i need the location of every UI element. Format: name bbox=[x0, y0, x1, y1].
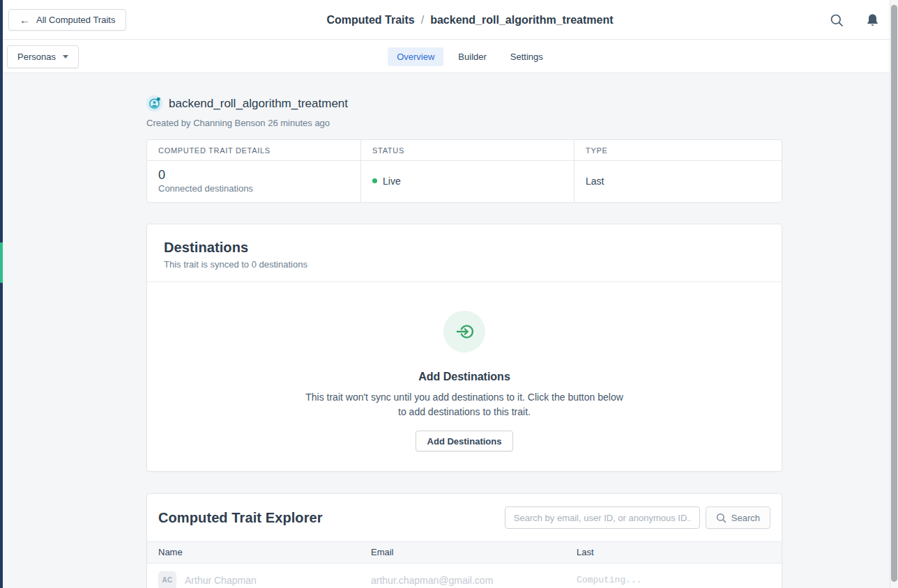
destinations-card: Destinations This trait is synced to 0 d… bbox=[146, 224, 782, 472]
connected-destinations-count: 0 bbox=[158, 168, 349, 182]
sub-nav-bar: Personas Overview Builder Settings bbox=[0, 40, 898, 73]
tab-builder[interactable]: Builder bbox=[449, 47, 495, 66]
computed-trait-explorer-card: Computed Trait Explorer Search Name Emai… bbox=[146, 493, 782, 588]
empty-state-description: This trait won't sync until you add dest… bbox=[304, 390, 625, 419]
main-content: backend_roll_algorithm_treatment Created… bbox=[146, 73, 782, 588]
back-to-all-computed-traits-button[interactable]: ← All Computed Traits bbox=[8, 9, 126, 31]
top-bar-actions bbox=[829, 0, 880, 40]
column-header-email: Email bbox=[360, 542, 565, 563]
trait-tabs: Overview Builder Settings bbox=[388, 40, 552, 73]
row-email: arthur.chapman@gmail.com bbox=[360, 575, 565, 586]
top-bar: ← All Computed Traits Computed Traits / … bbox=[0, 0, 898, 40]
left-nav-rail-indicator bbox=[0, 242, 3, 283]
computed-trait-icon bbox=[146, 95, 162, 111]
column-header-last: Last bbox=[565, 542, 782, 563]
notifications-bell-icon[interactable] bbox=[865, 13, 880, 28]
details-col-header: COMPUTED TRAIT DETAILS bbox=[147, 140, 360, 161]
type-col-header: TYPE bbox=[574, 140, 782, 161]
back-arrow-icon: ← bbox=[20, 15, 30, 25]
live-status-dot bbox=[372, 178, 377, 183]
explorer-table-header: Name Email Last bbox=[147, 541, 782, 564]
scrollbar-thumb[interactable] bbox=[891, 5, 897, 582]
vertical-scrollbar[interactable] bbox=[890, 0, 898, 588]
explorer-search-input[interactable] bbox=[505, 506, 700, 529]
row-name-cell: AC Arthur Chapman bbox=[147, 571, 360, 588]
explorer-title: Computed Trait Explorer bbox=[158, 510, 505, 526]
add-destinations-button[interactable]: Add Destinations bbox=[416, 431, 514, 451]
connected-destinations-label: Connected destinations bbox=[158, 183, 349, 194]
destinations-card-header: Destinations This trait is synced to 0 d… bbox=[147, 224, 782, 282]
search-button-label: Search bbox=[731, 513, 760, 523]
type-cell: Last bbox=[574, 161, 782, 202]
column-header-name: Name bbox=[147, 542, 360, 563]
breadcrumb-separator: / bbox=[421, 14, 424, 26]
tab-settings[interactable]: Settings bbox=[501, 47, 552, 66]
destinations-subtitle: This trait is synced to 0 destinations bbox=[164, 259, 765, 270]
destinations-empty-state: Add Destinations This trait won't sync u… bbox=[147, 282, 782, 471]
back-button-label: All Computed Traits bbox=[36, 15, 115, 25]
connected-destinations-cell: 0 Connected destinations bbox=[147, 161, 360, 202]
breadcrumb: Computed Traits / backend_roll_algorithm… bbox=[327, 0, 614, 40]
empty-state-heading: Add Destinations bbox=[147, 371, 782, 383]
table-row[interactable]: AC Arthur Chapman arthur.chapman@gmail.c… bbox=[147, 564, 782, 588]
trait-details-table: COMPUTED TRAIT DETAILS STATUS TYPE 0 Con… bbox=[146, 139, 782, 203]
status-cell: Live bbox=[360, 161, 574, 202]
row-name: Arthur Chapman bbox=[185, 575, 257, 586]
chevron-down-icon bbox=[63, 55, 68, 59]
left-nav-rail[interactable] bbox=[0, 0, 3, 588]
row-last-value: Computing... bbox=[565, 575, 782, 585]
status-value: Live bbox=[383, 176, 401, 187]
breadcrumb-current: backend_roll_algorithm_treatment bbox=[430, 14, 613, 26]
avatar: AC bbox=[158, 571, 176, 588]
page-title: backend_roll_algorithm_treatment bbox=[169, 97, 348, 111]
trait-header: backend_roll_algorithm_treatment bbox=[146, 95, 782, 111]
created-by-text: Created by Channing Benson 26 minutes ag… bbox=[146, 118, 782, 128]
search-button-icon bbox=[716, 513, 726, 523]
type-value: Last bbox=[586, 176, 604, 187]
explorer-header: Computed Trait Explorer Search bbox=[147, 494, 782, 541]
explorer-search-button[interactable]: Search bbox=[706, 506, 770, 529]
tab-overview[interactable]: Overview bbox=[388, 47, 443, 66]
add-destination-login-icon bbox=[443, 311, 485, 353]
status-col-header: STATUS bbox=[360, 140, 574, 161]
breadcrumb-section[interactable]: Computed Traits bbox=[327, 14, 415, 26]
destinations-title: Destinations bbox=[164, 240, 765, 256]
search-icon[interactable] bbox=[829, 13, 844, 28]
personas-dropdown-label: Personas bbox=[17, 52, 56, 62]
personas-space-dropdown[interactable]: Personas bbox=[7, 45, 79, 68]
